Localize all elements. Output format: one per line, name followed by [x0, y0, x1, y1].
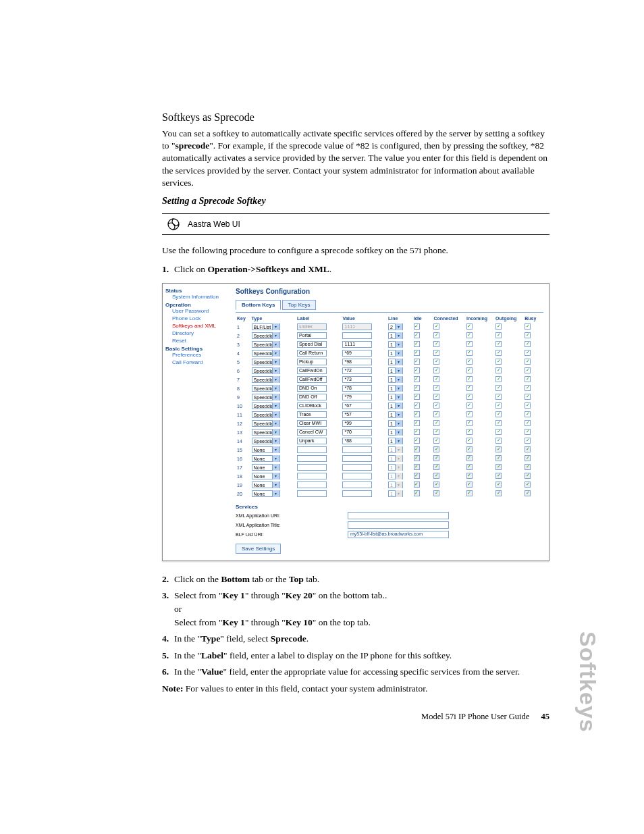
idle-checkbox[interactable]: [414, 376, 420, 382]
type-select[interactable]: Speeddial▾: [252, 359, 280, 365]
value-input[interactable]: *88: [342, 438, 372, 444]
label-input[interactable]: DND On: [297, 385, 327, 392]
connected-checkbox[interactable]: [433, 359, 439, 365]
connected-checkbox[interactable]: [433, 332, 439, 338]
line-select[interactable]: 1▾: [388, 367, 403, 374]
outgoing-checkbox[interactable]: [495, 359, 502, 365]
outgoing-checkbox[interactable]: [495, 429, 502, 435]
busy-checkbox[interactable]: [525, 394, 531, 400]
busy-checkbox[interactable]: [525, 376, 531, 382]
label-input[interactable]: DND Off: [297, 394, 327, 400]
line-select[interactable]: 1▾: [388, 385, 403, 392]
outgoing-checkbox[interactable]: [495, 323, 502, 330]
line-select[interactable]: 1▾: [388, 402, 403, 409]
incoming-checkbox[interactable]: [466, 332, 473, 338]
idle-checkbox[interactable]: [414, 323, 420, 330]
outgoing-checkbox[interactable]: [495, 376, 502, 382]
idle-checkbox[interactable]: [414, 332, 420, 338]
incoming-checkbox[interactable]: [466, 429, 473, 435]
blf-uri-input[interactable]: my53i-blf-list@as.broadworks.com: [348, 531, 449, 538]
outgoing-checkbox[interactable]: [495, 367, 502, 373]
incoming-checkbox[interactable]: [466, 376, 473, 382]
incoming-checkbox[interactable]: [466, 394, 473, 400]
type-select[interactable]: None▾: [252, 464, 280, 471]
connected-checkbox[interactable]: [433, 385, 439, 391]
connected-checkbox[interactable]: [433, 341, 439, 347]
label-input[interactable]: [297, 446, 327, 453]
connected-checkbox[interactable]: [433, 411, 439, 417]
idle-checkbox[interactable]: [414, 420, 420, 426]
connected-checkbox[interactable]: [433, 323, 439, 330]
line-select[interactable]: 1▾: [388, 490, 403, 497]
label-input[interactable]: [297, 464, 327, 471]
connected-checkbox[interactable]: [433, 376, 439, 382]
line-select[interactable]: 2▾: [388, 323, 403, 330]
line-select[interactable]: 1▾: [388, 438, 403, 444]
sidebar-item-softkeys-xml[interactable]: Softkeys and XML: [165, 323, 227, 330]
incoming-checkbox[interactable]: [466, 359, 473, 365]
value-input[interactable]: 1111: [342, 323, 372, 330]
busy-checkbox[interactable]: [525, 411, 531, 417]
busy-checkbox[interactable]: [525, 438, 531, 444]
incoming-checkbox[interactable]: [466, 385, 473, 391]
line-select[interactable]: 1▾: [388, 446, 403, 453]
busy-checkbox[interactable]: [525, 350, 531, 356]
idle-checkbox[interactable]: [414, 402, 420, 409]
line-select[interactable]: 1▾: [388, 420, 403, 427]
sidebar-item-user-password[interactable]: User Password: [165, 308, 227, 315]
type-select[interactable]: Speeddial▾: [252, 341, 280, 348]
sidebar-item-directory[interactable]: Directory: [165, 330, 227, 338]
outgoing-checkbox[interactable]: [495, 411, 502, 417]
type-select[interactable]: Speeddial▾: [252, 429, 280, 436]
connected-checkbox[interactable]: [433, 394, 439, 400]
save-settings-button[interactable]: Save Settings: [236, 544, 281, 554]
idle-checkbox[interactable]: [414, 411, 420, 417]
type-select[interactable]: None▾: [252, 490, 280, 497]
value-input[interactable]: [342, 332, 372, 339]
value-input[interactable]: *70: [342, 429, 372, 436]
incoming-checkbox[interactable]: [466, 411, 473, 417]
connected-checkbox[interactable]: [433, 402, 439, 409]
line-select[interactable]: 1▾: [388, 394, 403, 400]
type-select[interactable]: Speeddial▾: [252, 350, 280, 357]
busy-checkbox[interactable]: [525, 332, 531, 338]
value-input[interactable]: [342, 446, 372, 453]
busy-checkbox[interactable]: [525, 341, 531, 347]
tab-top-keys[interactable]: Top Keys: [282, 300, 317, 310]
type-select[interactable]: Speeddial▾: [252, 394, 280, 400]
type-select[interactable]: Speeddial▾: [252, 411, 280, 418]
line-select[interactable]: 1▾: [388, 350, 403, 357]
connected-checkbox[interactable]: [433, 438, 439, 444]
value-input[interactable]: 1111: [342, 341, 372, 348]
label-input[interactable]: Clear MWI: [297, 420, 327, 427]
label-input[interactable]: [297, 455, 327, 462]
value-input[interactable]: *57: [342, 411, 372, 418]
line-select[interactable]: 1▾: [388, 429, 403, 436]
idle-checkbox[interactable]: [414, 367, 420, 373]
type-select[interactable]: Speeddial▾: [252, 438, 280, 444]
busy-checkbox[interactable]: [525, 323, 531, 330]
value-input[interactable]: *99: [342, 420, 372, 427]
label-input[interactable]: CallFwdOff: [297, 376, 327, 383]
sidebar-item-system-information[interactable]: System Information: [165, 294, 227, 301]
idle-checkbox[interactable]: [414, 341, 420, 347]
type-select[interactable]: BLF/List▾: [252, 323, 280, 330]
sidebar-item-preferences[interactable]: Preferences: [165, 352, 227, 359]
type-select[interactable]: Speeddial▾: [252, 402, 280, 409]
line-select[interactable]: 1▾: [388, 359, 403, 365]
type-select[interactable]: Speeddial▾: [252, 332, 280, 339]
label-input[interactable]: [297, 473, 327, 479]
line-select[interactable]: 1▾: [388, 341, 403, 348]
outgoing-checkbox[interactable]: [495, 385, 502, 391]
busy-checkbox[interactable]: [525, 402, 531, 409]
incoming-checkbox[interactable]: [466, 367, 473, 373]
label-input[interactable]: Trace: [297, 411, 327, 418]
tab-bottom-keys[interactable]: Bottom Keys: [236, 300, 281, 310]
idle-checkbox[interactable]: [414, 359, 420, 365]
outgoing-checkbox[interactable]: [495, 402, 502, 409]
busy-checkbox[interactable]: [525, 429, 531, 435]
connected-checkbox[interactable]: [433, 420, 439, 426]
incoming-checkbox[interactable]: [466, 420, 473, 426]
busy-checkbox[interactable]: [525, 359, 531, 365]
incoming-checkbox[interactable]: [466, 402, 473, 409]
